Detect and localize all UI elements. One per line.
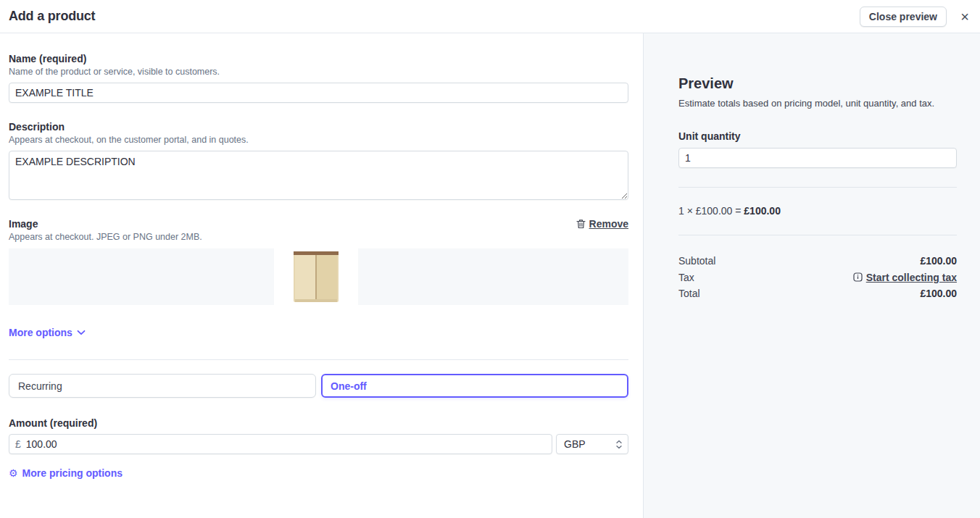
calculation-expression: 1 × £100.00 = bbox=[678, 205, 744, 217]
amount-input-wrap: £ bbox=[9, 434, 552, 454]
trash-icon bbox=[576, 219, 586, 229]
amount-row: £ GBP bbox=[9, 434, 628, 454]
tax-label: Tax bbox=[678, 270, 694, 286]
preview-subtitle: Estimate totals based on pricing model, … bbox=[678, 97, 957, 109]
more-pricing-options-label: More pricing options bbox=[22, 467, 122, 479]
totals-summary: Subtotal £100.00 Tax Start collecting ta… bbox=[678, 253, 957, 302]
info-icon bbox=[853, 272, 863, 282]
subtotal-row: Subtotal £100.00 bbox=[678, 253, 957, 270]
close-preview-button[interactable]: Close preview bbox=[860, 7, 947, 27]
image-placeholder-left bbox=[9, 248, 274, 305]
currency-symbol: £ bbox=[15, 438, 21, 450]
image-helper: Appears at checkout. JPEG or PNG under 2… bbox=[9, 231, 628, 243]
gear-icon: ⚙ bbox=[9, 468, 18, 478]
currency-select[interactable]: GBP bbox=[556, 434, 628, 454]
pricing-model-toggle: Recurring One-off bbox=[9, 374, 628, 398]
main-layout: Name (required) Name of the product or s… bbox=[0, 33, 980, 518]
one-off-toggle-button[interactable]: One-off bbox=[321, 374, 628, 398]
tax-row: Tax Start collecting tax bbox=[678, 270, 957, 286]
preview-title: Preview bbox=[678, 75, 957, 92]
header: Add a product Close preview × bbox=[0, 0, 980, 33]
name-label: Name (required) bbox=[9, 52, 628, 65]
total-row: Total £100.00 bbox=[678, 285, 957, 302]
page-title: Add a product bbox=[9, 9, 95, 24]
description-field: Description Appears at checkout, on the … bbox=[9, 120, 628, 200]
description-label: Description bbox=[9, 120, 628, 133]
more-options-link[interactable]: More options bbox=[9, 327, 86, 338]
unit-quantity-input[interactable] bbox=[678, 148, 957, 168]
remove-image-button[interactable]: Remove bbox=[576, 218, 628, 230]
form-divider bbox=[9, 359, 628, 360]
start-collecting-tax-label: Start collecting tax bbox=[866, 270, 957, 286]
more-options-label: More options bbox=[9, 327, 72, 338]
product-image-thumbnail bbox=[274, 248, 358, 305]
preview-divider-bottom bbox=[678, 235, 957, 235]
name-helper: Name of the product or service, visible … bbox=[9, 66, 628, 78]
quantity-calculation: 1 × £100.00 = £100.00 bbox=[678, 205, 957, 217]
description-textarea[interactable]: EXAMPLE DESCRIPTION bbox=[9, 151, 628, 200]
amount-label: Amount (required) bbox=[9, 417, 628, 430]
image-label: Image bbox=[9, 217, 38, 230]
amount-input[interactable] bbox=[26, 438, 546, 450]
name-field: Name (required) Name of the product or s… bbox=[9, 52, 628, 103]
remove-image-label: Remove bbox=[589, 218, 628, 230]
name-input[interactable] bbox=[9, 83, 628, 103]
subtotal-value: £100.00 bbox=[920, 253, 957, 270]
image-strip bbox=[9, 248, 628, 305]
description-helper: Appears at checkout, on the customer por… bbox=[9, 134, 628, 146]
preview-divider-top bbox=[678, 187, 957, 188]
start-collecting-tax-link[interactable]: Start collecting tax bbox=[853, 270, 957, 286]
subtotal-label: Subtotal bbox=[678, 253, 715, 270]
product-form: Name (required) Name of the product or s… bbox=[0, 33, 644, 518]
book-image bbox=[291, 248, 341, 305]
more-pricing-options-link[interactable]: ⚙ More pricing options bbox=[9, 467, 122, 479]
total-label: Total bbox=[678, 285, 700, 302]
chevron-down-icon bbox=[77, 330, 86, 335]
total-value: £100.00 bbox=[920, 285, 957, 302]
unit-quantity-label: Unit quantity bbox=[678, 130, 957, 143]
recurring-toggle-button[interactable]: Recurring bbox=[9, 374, 316, 398]
stepper-icon bbox=[615, 440, 623, 449]
preview-panel: Preview Estimate totals based on pricing… bbox=[644, 33, 980, 518]
image-field: Image Remove Appears at checkout. JPEG o… bbox=[9, 217, 628, 305]
close-icon[interactable]: × bbox=[957, 9, 973, 25]
calculation-result: £100.00 bbox=[744, 205, 781, 217]
currency-code: GBP bbox=[564, 438, 586, 450]
image-placeholder-right bbox=[358, 248, 628, 305]
